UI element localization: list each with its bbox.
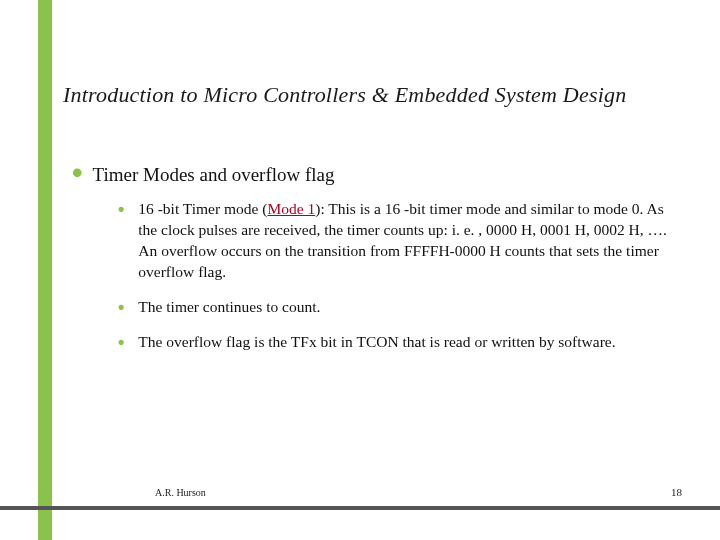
sub-bullet-1: • 16 -bit Timer mode (Mode 1): This is a… xyxy=(118,198,672,282)
sub-bullet-list: • 16 -bit Timer mode (Mode 1): This is a… xyxy=(118,198,672,352)
main-bullet-row: • Timer Modes and overflow flag xyxy=(72,162,672,188)
bullet-icon: • xyxy=(118,200,124,218)
accent-bar-bottom xyxy=(0,506,720,510)
sub-bullet-2: • The timer continues to count. xyxy=(118,296,672,317)
footer-page-number: 18 xyxy=(671,486,682,498)
slide-content: • Timer Modes and overflow flag • 16 -bi… xyxy=(72,162,672,366)
b1-mode-highlight: Mode 1 xyxy=(267,200,315,217)
sub-bullet-3: • The overflow flag is the TFx bit in TC… xyxy=(118,331,672,352)
sub-bullet-1-text: 16 -bit Timer mode (Mode 1): This is a 1… xyxy=(138,198,668,282)
b1-prefix: 16 -bit Timer mode ( xyxy=(138,200,267,217)
bullet-icon: • xyxy=(72,162,83,184)
slide-title: Introduction to Micro Controllers & Embe… xyxy=(63,82,626,108)
footer-author: A.R. Hurson xyxy=(155,487,206,498)
bullet-icon: • xyxy=(118,333,124,351)
sub-bullet-3-text: The overflow flag is the TFx bit in TCON… xyxy=(138,331,668,352)
accent-bar-left xyxy=(38,0,52,540)
sub-bullet-2-text: The timer continues to count. xyxy=(138,296,668,317)
bullet-icon: • xyxy=(118,298,124,316)
main-bullet-text: Timer Modes and overflow flag xyxy=(93,162,335,188)
